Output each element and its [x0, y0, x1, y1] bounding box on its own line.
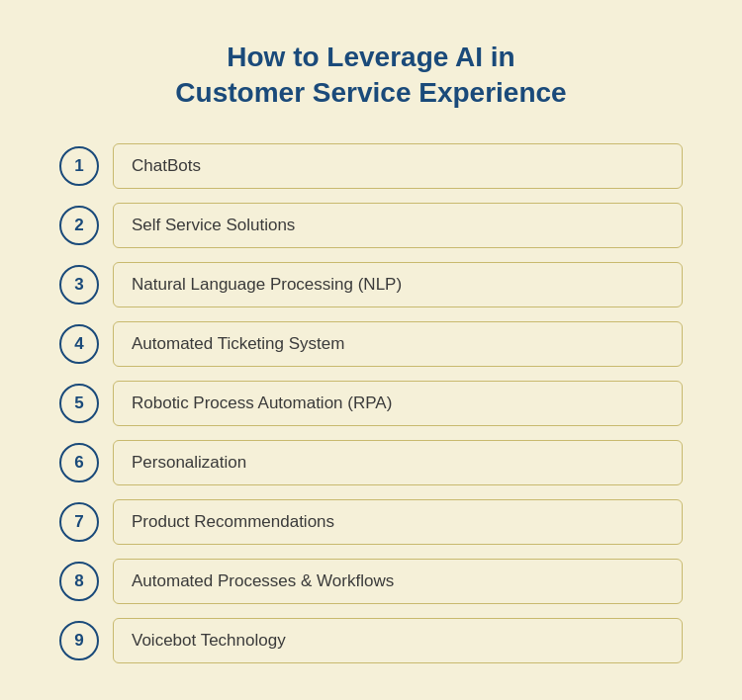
item-label-3: Natural Language Processing (NLP): [113, 262, 683, 307]
item-number-6: 6: [59, 443, 99, 482]
item-number-7: 7: [59, 502, 99, 542]
item-label-1: ChatBots: [113, 143, 683, 189]
item-label-4: Automated Ticketing System: [113, 321, 683, 367]
item-number-4: 4: [59, 324, 99, 364]
list-item: 9Voicebot Technology: [59, 618, 683, 663]
item-label-7: Product Recommendations: [113, 499, 683, 545]
page-title: How to Leverage AI in Customer Service E…: [175, 40, 566, 112]
item-number-9: 9: [59, 621, 99, 660]
item-number-5: 5: [59, 384, 99, 423]
list-item: 8Automated Processes & Workflows: [59, 559, 683, 604]
item-number-1: 1: [59, 146, 99, 186]
item-label-5: Robotic Process Automation (RPA): [113, 381, 683, 426]
list-item: 4Automated Ticketing System: [59, 321, 683, 367]
list-item: 5Robotic Process Automation (RPA): [59, 381, 683, 426]
list-item: 3Natural Language Processing (NLP): [59, 262, 683, 307]
item-number-2: 2: [59, 206, 99, 245]
item-number-8: 8: [59, 562, 99, 601]
list-item: 7Product Recommendations: [59, 499, 683, 545]
item-label-9: Voicebot Technology: [113, 618, 683, 663]
item-label-8: Automated Processes & Workflows: [113, 559, 683, 604]
item-number-3: 3: [59, 265, 99, 305]
list-item: 1ChatBots: [59, 143, 683, 189]
list-item: 2Self Service Solutions: [59, 203, 683, 248]
list-item: 6Personalization: [59, 440, 683, 485]
item-label-6: Personalization: [113, 440, 683, 485]
items-list: 1ChatBots2Self Service Solutions3Natural…: [59, 143, 683, 663]
item-label-2: Self Service Solutions: [113, 203, 683, 248]
